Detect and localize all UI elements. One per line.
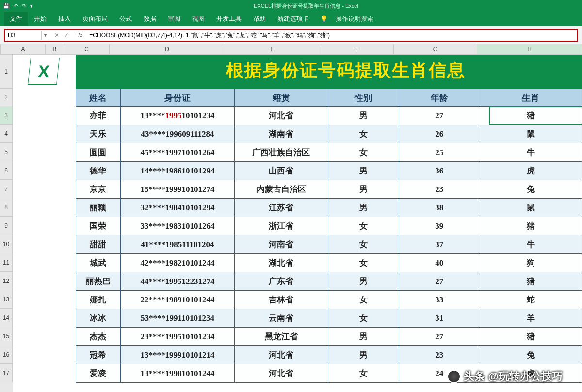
cell-age[interactable]: 23 <box>399 180 480 199</box>
cell-prov[interactable]: 湖南省 <box>235 125 328 143</box>
tab-review[interactable]: 审阅 <box>162 12 186 26</box>
cell-id[interactable]: 15****199910101274 <box>120 180 234 199</box>
cell-name[interactable]: 娜扎 <box>76 291 121 309</box>
cell-name[interactable]: 城武 <box>76 254 121 272</box>
cell-age[interactable]: 31 <box>399 309 480 328</box>
cell-id[interactable]: 13****199510101234 <box>120 107 234 125</box>
cell-prov[interactable]: 吉林省 <box>235 291 328 309</box>
row-header-5[interactable]: 5 <box>0 143 13 161</box>
cell-zod[interactable]: 猪 <box>480 217 582 235</box>
row-header-12[interactable]: 12 <box>0 272 13 290</box>
cell-prov[interactable]: 广东省 <box>235 272 328 291</box>
cell-zod[interactable]: 蛇 <box>480 291 582 309</box>
cancel-icon[interactable]: ✕ <box>54 32 59 39</box>
col-header-G[interactable]: G <box>394 44 477 55</box>
tab-formula[interactable]: 公式 <box>113 12 138 26</box>
row-header-10[interactable]: 10 <box>0 235 13 253</box>
cell-zod[interactable]: 狗 <box>480 254 582 272</box>
cell-age[interactable]: 23 <box>399 346 480 364</box>
cell-sex[interactable]: 男 <box>328 328 399 346</box>
col-header-D[interactable]: D <box>110 44 225 55</box>
cell-id[interactable]: 43****199609111284 <box>120 125 234 143</box>
cell-sex[interactable]: 女 <box>328 143 399 162</box>
cell-id[interactable]: 14****198610101294 <box>120 162 234 180</box>
col-header-B[interactable]: B <box>46 44 64 55</box>
cell-prov[interactable]: 湖北省 <box>235 254 328 272</box>
tab-dev[interactable]: 开发工具 <box>210 12 247 26</box>
cell-age[interactable]: 33 <box>399 291 480 309</box>
row-header-14[interactable]: 14 <box>0 309 13 327</box>
cell-name[interactable]: 爱凌 <box>76 364 121 383</box>
cell-prov[interactable]: 河北省 <box>235 346 328 364</box>
cell-prov[interactable]: 江苏省 <box>235 199 328 217</box>
cell-zod[interactable]: 兔 <box>480 346 582 364</box>
cell-zod[interactable]: 鼠 <box>480 125 582 143</box>
tab-home[interactable]: 开始 <box>28 12 52 26</box>
cell-sex[interactable]: 女 <box>328 364 399 383</box>
cell-prov[interactable]: 河南省 <box>235 235 328 254</box>
row-header-9[interactable]: 9 <box>0 217 13 235</box>
row-header-16[interactable]: 16 <box>0 345 13 364</box>
cell-name[interactable]: 杰杰 <box>76 328 121 346</box>
cell-prov[interactable]: 山西省 <box>235 162 328 180</box>
cell-sex[interactable]: 女 <box>328 235 399 254</box>
cell-age[interactable]: 36 <box>399 162 480 180</box>
name-box[interactable]: H3 <box>5 31 42 40</box>
fx-icon[interactable]: fx <box>74 32 86 39</box>
cell-id[interactable]: 13****199810101244 <box>120 364 234 383</box>
cell-sex[interactable]: 男 <box>328 346 399 364</box>
cell-name[interactable]: 丽颖 <box>76 199 121 217</box>
cell-prov[interactable]: 浙江省 <box>235 217 328 235</box>
row-header-3[interactable]: 3 <box>0 106 13 125</box>
tab-file[interactable]: 文件 <box>4 12 28 26</box>
formula-input[interactable]: =CHOOSE(MOD(MID(D3,7,4)-4,12)+1,"鼠","牛",… <box>86 31 577 41</box>
cell-sex[interactable]: 男 <box>328 180 399 199</box>
cell-name[interactable]: 京京 <box>76 180 121 199</box>
cell-zod[interactable]: 牛 <box>480 235 582 254</box>
cell-prov[interactable]: 内蒙古自治区 <box>235 180 328 199</box>
cell-sex[interactable]: 男 <box>328 107 399 125</box>
col-header-F[interactable]: F <box>321 44 394 55</box>
row-header-13[interactable]: 13 <box>0 290 13 309</box>
col-header-C[interactable]: C <box>64 44 110 55</box>
cell-age[interactable]: 27 <box>399 272 480 291</box>
cell-sex[interactable]: 女 <box>328 217 399 235</box>
cell-id[interactable]: 13****199910101214 <box>120 346 234 364</box>
col-header-A[interactable]: A <box>1 44 46 55</box>
cell-name[interactable]: 国荣 <box>76 217 121 235</box>
tab-help[interactable]: 帮助 <box>247 12 272 26</box>
cell-prov[interactable]: 云南省 <box>235 309 328 328</box>
tab-layout[interactable]: 页面布局 <box>77 12 113 26</box>
cell-id[interactable]: 45****199710101264 <box>120 143 234 162</box>
cell-sex[interactable]: 男 <box>328 272 399 291</box>
row-header-8[interactable]: 8 <box>0 198 13 217</box>
cell-age[interactable]: 40 <box>399 254 480 272</box>
cell-id[interactable]: 22****198910101244 <box>120 291 234 309</box>
tab-data[interactable]: 数据 <box>138 12 162 26</box>
cell-zod[interactable]: 兔 <box>480 180 582 199</box>
cell-id[interactable]: 33****198310101264 <box>120 217 234 235</box>
cell-age[interactable]: 25 <box>399 143 480 162</box>
save-icon[interactable]: 💾 <box>3 3 10 9</box>
tab-view[interactable]: 视图 <box>186 12 210 26</box>
cell-prov[interactable]: 河北省 <box>235 107 328 125</box>
cell-name[interactable]: 亦菲 <box>76 107 121 125</box>
cell-zod[interactable]: 猪 <box>480 107 582 125</box>
cell-zod[interactable]: 牛 <box>480 143 582 162</box>
cell-id[interactable]: 23****199510101234 <box>120 328 234 346</box>
name-box-dropdown-icon[interactable]: ▼ <box>42 31 49 40</box>
cell-prov[interactable]: 广西壮族自治区 <box>235 143 328 162</box>
tab-new[interactable]: 新建选项卡 <box>272 12 315 26</box>
cell-zod[interactable]: 鼠 <box>480 199 582 217</box>
grid-area[interactable]: X 根据身份证号码提取生肖信息 姓名身份证籍贯性别年龄生肖亦菲13****199… <box>13 55 582 392</box>
cell-sex[interactable]: 女 <box>328 254 399 272</box>
cell-sex[interactable]: 女 <box>328 125 399 143</box>
cell-id[interactable]: 42****198210101244 <box>120 254 234 272</box>
cell-age[interactable]: 38 <box>399 199 480 217</box>
cell-prov[interactable]: 黑龙江省 <box>235 328 328 346</box>
cell-id[interactable]: 53****199110101234 <box>120 309 234 328</box>
row-header-1[interactable]: 1 <box>0 55 13 89</box>
row-header-11[interactable]: 11 <box>0 253 13 272</box>
cell-name[interactable]: 丽热巴 <box>76 272 121 291</box>
cell-prov[interactable]: 河北省 <box>235 364 328 383</box>
